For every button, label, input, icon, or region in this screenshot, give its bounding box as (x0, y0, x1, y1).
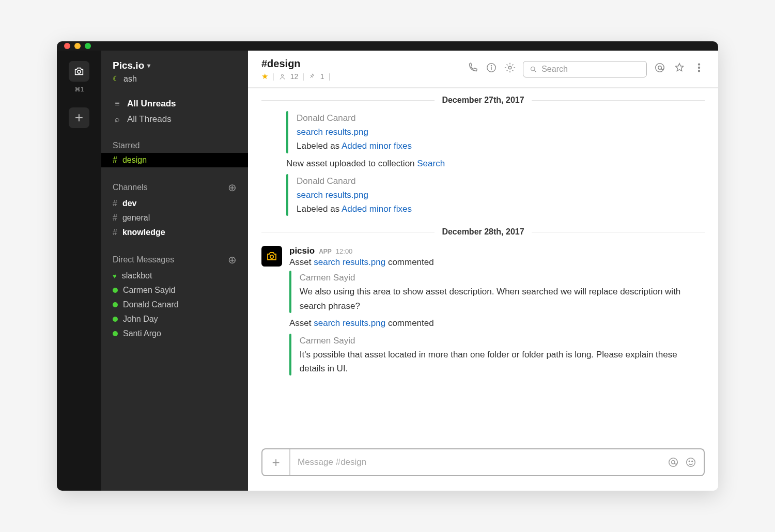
add-dm-icon[interactable]: ⊕ (228, 254, 237, 266)
hash-icon: # (113, 199, 117, 208)
titlebar (57, 41, 718, 51)
file-link[interactable]: search results.png (297, 190, 368, 200)
comment-block: Carmen Sayid We also using this area to … (289, 271, 705, 313)
svg-point-14 (669, 458, 678, 467)
pin-count[interactable]: 1 (320, 72, 324, 81)
file-link[interactable]: search results.png (314, 257, 385, 267)
mentions-icon[interactable] (654, 62, 665, 73)
channel-meta: ★ | 12 | 1 | (261, 72, 330, 81)
file-link[interactable]: search results.png (314, 318, 385, 328)
attachment-bar (286, 174, 288, 216)
dm-label: Donald Canard (123, 300, 179, 309)
label-link[interactable]: Added minor fixes (342, 204, 412, 214)
channel-label: dev (122, 199, 137, 208)
avatar[interactable] (261, 246, 282, 267)
star-filled-icon[interactable]: ★ (261, 72, 268, 81)
window-minimize[interactable] (74, 43, 81, 49)
person-icon (278, 73, 286, 81)
dm-slackbot[interactable]: ♥slackbot (101, 269, 248, 283)
collection-link[interactable]: Search (417, 159, 445, 168)
dm-santi[interactable]: Santi Argo (101, 326, 248, 341)
svg-point-10 (699, 64, 700, 65)
file-link[interactable]: search results.png (297, 127, 368, 137)
pin-icon (308, 73, 316, 81)
sidebar: Pics.io ▾ ☾ ash ≡ All Unreads ⌕ All Thre… (101, 51, 248, 491)
workspace-name: Pics.io (113, 60, 144, 71)
date-divider: December 27th, 2017 (261, 96, 705, 105)
presence-dot-icon (113, 288, 118, 293)
svg-point-15 (672, 461, 675, 464)
message-author[interactable]: picsio (289, 246, 315, 256)
presence-dot-icon (113, 331, 118, 336)
dm-label: slackbot (122, 271, 152, 280)
gear-icon[interactable] (504, 62, 516, 73)
all-unreads[interactable]: ≡ All Unreads (101, 96, 248, 112)
dm-header[interactable]: Direct Messages ⊕ (101, 251, 248, 269)
search-icon (530, 65, 537, 74)
message-time: 12:00 (336, 247, 353, 255)
add-workspace-button[interactable]: + (69, 107, 89, 128)
svg-point-9 (658, 66, 661, 69)
message-text: Asset search results.png commented (289, 318, 705, 328)
threads-icon: ⌕ (113, 115, 122, 124)
info-icon[interactable] (486, 62, 497, 73)
window-zoom[interactable] (85, 43, 91, 49)
channel-title: #design (261, 58, 330, 70)
label-link[interactable]: Added minor fixes (342, 141, 412, 151)
svg-line-7 (534, 70, 536, 72)
dm-label: John Day (123, 315, 158, 324)
attachment-block: Donald Canard search results.png Labeled… (286, 174, 705, 216)
emoji-icon[interactable] (685, 457, 696, 468)
message: picsio APP 12:00 Asset search results.pn… (261, 246, 705, 380)
dm-donald[interactable]: Donald Canard (101, 298, 248, 312)
attach-button[interactable]: + (262, 449, 290, 475)
composer-input[interactable] (290, 457, 668, 467)
sidebar-channel-design[interactable]: # design (101, 153, 248, 167)
sidebar-channel-dev[interactable]: # dev (101, 196, 248, 211)
member-count[interactable]: 12 (290, 72, 299, 81)
comment-author: Carmen Sayid (300, 271, 705, 285)
camera-icon (73, 66, 85, 77)
all-unreads-label: All Unreads (127, 99, 176, 109)
dm-label: Santi Argo (123, 329, 161, 338)
attachment-author: Donald Canard (297, 111, 412, 125)
hash-icon: # (113, 228, 117, 237)
mentions-icon[interactable] (668, 457, 679, 468)
presence-dot-icon (113, 317, 118, 322)
hash-icon: # (113, 213, 117, 223)
comment-text: We also using this area to show asset de… (300, 285, 705, 312)
main-panel: #design ★ | 12 | 1 | (248, 51, 718, 491)
star-outline-icon[interactable] (674, 62, 685, 73)
more-icon[interactable] (693, 62, 705, 73)
sidebar-channel-general[interactable]: # general (101, 211, 248, 225)
attachment-bar (289, 334, 291, 376)
message-list[interactable]: December 27th, 2017 Donald Canard search… (248, 88, 718, 448)
search-box[interactable] (523, 61, 647, 77)
svg-point-8 (656, 64, 664, 72)
search-input[interactable] (541, 65, 640, 74)
svg-point-4 (491, 66, 491, 66)
dm-john[interactable]: John Day (101, 312, 248, 326)
all-threads[interactable]: ⌕ All Threads (101, 112, 248, 127)
workspace-switcher[interactable] (69, 61, 89, 82)
workspace-header[interactable]: Pics.io ▾ ☾ ash (101, 60, 248, 86)
hash-icon: # (113, 155, 117, 165)
comment-block: Carmen Sayid It's possible that asset lo… (289, 334, 705, 376)
message-composer[interactable]: + (261, 448, 705, 476)
workspace-rail: ⌘1 + (57, 51, 101, 491)
add-channel-icon[interactable]: ⊕ (228, 181, 237, 194)
channel-label: general (122, 213, 150, 223)
svg-point-17 (689, 461, 690, 462)
app-badge: APP (319, 248, 332, 255)
svg-point-12 (699, 70, 700, 72)
channels-header[interactable]: Channels ⊕ (101, 179, 248, 196)
window-close[interactable] (64, 43, 70, 49)
svg-point-1 (281, 74, 283, 76)
phone-icon[interactable] (467, 62, 478, 73)
sidebar-channel-knowledge[interactable]: # knowledge (101, 225, 248, 240)
comment-author: Carmen Sayid (300, 334, 705, 348)
channel-label: design (122, 155, 147, 165)
system-message: New asset uploaded to collection Search (286, 159, 705, 169)
list-icon: ≡ (113, 99, 122, 108)
dm-carmen[interactable]: Carmen Sayid (101, 283, 248, 298)
